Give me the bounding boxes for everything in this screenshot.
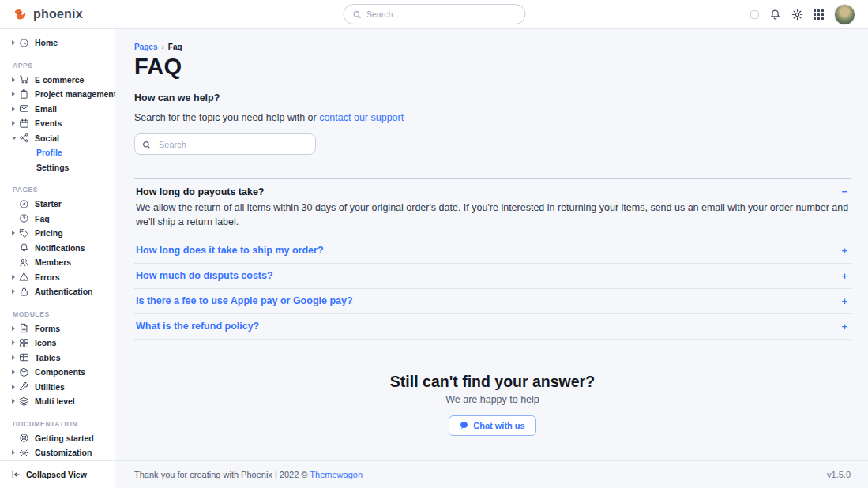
sidebar-item-components[interactable]: Components — [0, 365, 115, 380]
sidebar-item-events[interactable]: Events — [0, 116, 115, 131]
apps-grid-icon[interactable] — [814, 9, 824, 20]
phoenix-logo-icon — [13, 7, 28, 22]
faq-question-text: How long does it take to ship my order? — [136, 245, 324, 256]
sidebar-item-customization[interactable]: Customization — [0, 445, 115, 460]
sidebar-item-utilities[interactable]: Utilities — [0, 380, 115, 395]
faq-question-text: How long do payouts take? — [136, 186, 265, 197]
caret-right-icon — [12, 40, 19, 45]
page-title: FAQ — [134, 54, 851, 80]
sidebar-item-label: Email — [35, 104, 57, 114]
sidebar-item-e-commerce[interactable]: E commerce — [0, 73, 115, 88]
users-icon — [19, 257, 29, 268]
faq-question[interactable]: How long do payouts take?− — [134, 179, 851, 199]
sidebar-section-label: APPS — [13, 62, 115, 69]
sidebar-item-members[interactable]: Members — [0, 255, 115, 270]
sidebar-item-label: Forms — [35, 324, 60, 333]
faq-question-text: Is there a fee to use Apple pay or Googl… — [136, 295, 353, 306]
faq-question[interactable]: What is the refund policy?+ — [134, 314, 851, 339]
sidebar-item-forms[interactable]: Forms — [0, 321, 115, 336]
faq-question[interactable]: Is there a fee to use Apple pay or Googl… — [134, 289, 851, 313]
question-circle-icon: ? — [19, 213, 29, 223]
table-icon — [19, 352, 29, 362]
sidebar-item-notifications[interactable]: Notifications — [0, 241, 115, 256]
faq-question[interactable]: How much do disputs costs?+ — [134, 264, 851, 288]
plus-icon[interactable]: + — [841, 271, 849, 281]
sidebar-item-label: Starter — [35, 199, 62, 208]
cart-icon — [19, 74, 29, 84]
sidebar-item-home[interactable]: Home — [0, 36, 115, 51]
sidebar-item-tables[interactable]: Tables — [0, 351, 115, 366]
collapse-arrow-icon — [11, 470, 21, 479]
sidebar-item-label: Utilities — [35, 382, 65, 392]
top-actions — [750, 4, 855, 25]
caret-right-icon — [12, 275, 19, 280]
footer: Thank you for creating with Phoenix | 20… — [115, 460, 868, 488]
breadcrumb-pages[interactable]: Pages — [134, 43, 157, 51]
sidebar-item-label: Customization — [35, 448, 92, 457]
sidebar-item-getting-started[interactable]: Getting started — [0, 431, 115, 446]
sidebar-item-icons[interactable]: Icons — [0, 336, 115, 351]
faq-search-input[interactable] — [134, 133, 316, 155]
sidebar-item-multi-level[interactable]: Multi level — [0, 394, 115, 409]
plus-icon[interactable]: + — [841, 246, 849, 256]
caret-right-icon — [12, 450, 19, 455]
collapsed-view-toggle[interactable]: Collapsed View — [0, 460, 115, 488]
minus-icon[interactable]: − — [841, 186, 849, 197]
caret-right-icon — [12, 201, 19, 206]
sidebar-item-label: Icons — [35, 338, 56, 347]
breadcrumb-current: Faq — [168, 43, 182, 51]
sidebar-item-starter[interactable]: Starter — [0, 197, 115, 212]
caret-right-icon — [12, 92, 19, 96]
cta-section: Still can't find your answer? We are hap… — [134, 373, 851, 436]
sidebar-item-settings[interactable]: Settings — [0, 160, 115, 175]
gear-icon — [19, 448, 29, 458]
caret-right-icon — [12, 289, 19, 294]
sidebar-item-profile[interactable]: Profile — [0, 145, 115, 160]
clipboard-icon — [19, 89, 29, 99]
top-search-input[interactable] — [366, 9, 516, 19]
caret-down-icon — [12, 137, 19, 140]
theme-toggle[interactable] — [750, 10, 759, 19]
sidebar-item-faq[interactable]: ?Faq — [0, 212, 115, 227]
chat-button-label: Chat with us — [473, 421, 524, 430]
caret-right-icon — [12, 121, 19, 126]
plus-icon[interactable]: + — [841, 296, 849, 306]
caret-right-icon — [12, 436, 19, 441]
contact-support-link[interactable]: contact our support — [319, 112, 404, 123]
sidebar-item-pricing[interactable]: Pricing — [0, 226, 115, 241]
bell-icon[interactable] — [769, 9, 781, 21]
faq-accordion: How long do payouts take?−We allow the r… — [134, 179, 851, 340]
chat-bubble-icon — [460, 421, 468, 430]
sidebar-item-project-management[interactable]: Project management — [0, 87, 115, 102]
sidebar-item-email[interactable]: Email — [0, 102, 115, 117]
plus-icon[interactable]: + — [841, 321, 849, 332]
sidebar-item-label: Faq — [35, 214, 50, 223]
package-icon — [19, 367, 29, 377]
calendar-icon — [19, 118, 29, 129]
faq-question[interactable]: How long does it take to ship my order?+ — [134, 238, 851, 263]
logo-text: phoenix — [33, 7, 83, 21]
themewagon-link[interactable]: Themewagon — [310, 470, 363, 479]
sidebar-item-authentication[interactable]: Authentication — [0, 284, 115, 299]
wrench-icon — [19, 381, 29, 392]
sidebar-item-label: Social — [35, 133, 59, 143]
sidebar-section-label: MODULES — [13, 310, 115, 318]
gear-icon[interactable] — [791, 9, 803, 21]
main-content: Pages › Faq FAQ How can we help? Search … — [115, 29, 868, 488]
faq-question-text: What is the refund policy? — [136, 321, 259, 332]
faq-item: How long do payouts take?−We allow the r… — [134, 179, 851, 238]
sidebar-item-label: Errors — [35, 272, 60, 282]
sidebar-item-social[interactable]: Social — [0, 131, 115, 146]
logo[interactable]: phoenix — [13, 7, 83, 22]
grid-icon — [19, 338, 29, 348]
caret-right-icon — [12, 246, 19, 250]
avatar[interactable] — [834, 4, 855, 25]
tag-icon — [19, 228, 29, 238]
sidebar-item-errors[interactable]: Errors — [0, 270, 115, 285]
caret-right-icon — [12, 231, 19, 235]
lock-icon — [19, 287, 29, 297]
top-search[interactable] — [343, 4, 525, 24]
layers-icon — [19, 396, 29, 407]
sidebar-section-label: DOCUMENTATION — [13, 420, 115, 428]
chat-with-us-button[interactable]: Chat with us — [449, 415, 535, 436]
